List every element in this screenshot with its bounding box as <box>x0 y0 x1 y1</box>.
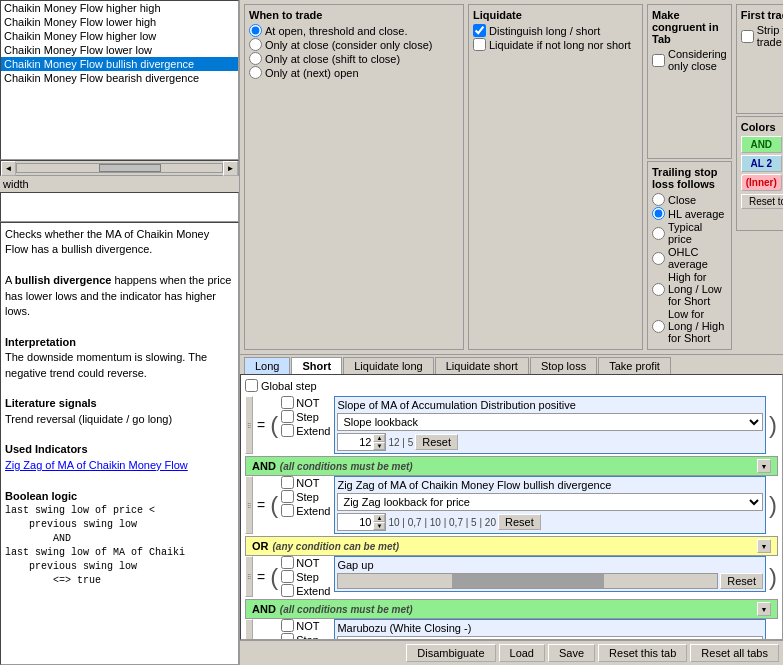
liquidate-label-0: Distinguish long / short <box>489 25 600 37</box>
reset-condition-btn[interactable]: Reset <box>415 434 458 450</box>
spin-up-btn[interactable]: ▲ <box>373 514 385 522</box>
bool-title: Boolean logic <box>5 489 234 504</box>
horizontal-scrollbar[interactable]: ◄ ► <box>0 160 239 176</box>
trailing-radio-1[interactable] <box>652 207 665 220</box>
save-btn[interactable]: Save <box>548 644 595 662</box>
not-check[interactable] <box>281 619 294 632</box>
width-value-list[interactable] <box>0 192 239 222</box>
paren-right: ) <box>768 413 778 437</box>
drag-handle[interactable]: ⠿ <box>245 619 253 640</box>
liquidate-label-1: Liquidate if not long nor short <box>489 39 631 51</box>
drag-handle[interactable]: ⠿ <box>245 396 253 454</box>
trailing-radio-4[interactable] <box>652 283 665 296</box>
tab-short[interactable]: Short <box>291 357 342 374</box>
condition-title: Marubozu (White Closing -) <box>337 622 471 634</box>
reset-condition-btn[interactable]: Reset <box>498 514 541 530</box>
spinner-suffix: 12 | 5 <box>388 437 413 448</box>
condition-cond2: ⠿ = ( NOT Step Extend Zig Zag of MA of C… <box>245 476 778 534</box>
tab-liquidate-short[interactable]: Liquidate short <box>435 357 529 374</box>
colors-section: Colors AND OR AL 2 AL 3 (Inner) (Outer) … <box>736 116 783 231</box>
condition-cond1: ⠿ = ( NOT Step Extend Slope of MA of Acc… <box>245 396 778 454</box>
and-color-btn[interactable]: AND <box>741 136 782 153</box>
not-check[interactable] <box>281 556 294 569</box>
considering-only-close-check[interactable] <box>652 54 665 67</box>
trailing-radio-3[interactable] <box>652 252 665 265</box>
extend-check[interactable] <box>281 424 294 437</box>
spinner-input[interactable] <box>338 515 373 529</box>
drag-handle[interactable]: ⠿ <box>245 476 253 534</box>
trailing-radio-0[interactable] <box>652 193 665 206</box>
when-to-trade-radio-1[interactable] <box>249 38 262 51</box>
condition-select[interactable]: Slope lookback <box>337 413 763 431</box>
slider-thumb[interactable] <box>452 574 604 588</box>
step-check[interactable] <box>281 410 294 423</box>
reset-condition-btn[interactable]: Reset <box>720 573 763 589</box>
condition-cond4: ⠿ = ( NOT Step Extend Marubozu (White Cl… <box>245 619 778 640</box>
inner-color-btn[interactable]: (Inner) <box>741 174 782 191</box>
step-check[interactable] <box>281 633 294 640</box>
trailing-radio-2[interactable] <box>652 227 665 240</box>
spinner-input[interactable] <box>338 435 373 449</box>
indicator-list[interactable]: Chaikin Money Flow higher highChaikin Mo… <box>0 0 239 160</box>
not-check[interactable] <box>281 476 294 489</box>
list-item[interactable]: Chaikin Money Flow higher low <box>1 29 238 43</box>
bottom-toolbar: Disambiguate Load Save Reset this tab Re… <box>240 640 783 665</box>
step-check[interactable] <box>281 490 294 503</box>
global-step-check[interactable] <box>245 379 258 392</box>
considering-only-close-label: Considering only close <box>668 48 727 72</box>
disambiguate-btn[interactable]: Disambiguate <box>406 644 495 662</box>
condition-desc: (any condition can be met) <box>273 541 400 552</box>
trailing-label-5: Low for Long / High for Short <box>668 308 727 344</box>
extend-check[interactable] <box>281 504 294 517</box>
tab-long[interactable]: Long <box>244 357 290 374</box>
tab-take-profit[interactable]: Take profit <box>598 357 671 374</box>
list-item[interactable]: Chaikin Money Flow lower high <box>1 15 238 29</box>
list-item[interactable]: Chaikin Money Flow higher high <box>1 1 238 15</box>
step-check[interactable] <box>281 570 294 583</box>
spin-up-btn[interactable]: ▲ <box>373 434 385 442</box>
strip-first-trade-check[interactable] <box>741 30 754 43</box>
paren-left: ( <box>269 493 279 517</box>
slider-track <box>337 573 718 589</box>
tab-stop-loss[interactable]: Stop loss <box>530 357 597 374</box>
literature-title: Literature signals <box>5 396 234 411</box>
not-check[interactable] <box>281 396 294 409</box>
reset-this-tab-btn[interactable]: Reset this tab <box>598 644 687 662</box>
condition-cond3: ⠿ = ( NOT Step Extend Gap up Reset ) <box>245 556 778 597</box>
tab-liquidate-long[interactable]: Liquidate long <box>343 357 434 374</box>
and-or-dropdown[interactable]: ▼ <box>757 539 771 553</box>
equals-sign: = <box>255 565 267 589</box>
list-item[interactable]: Chaikin Money Flow lower low <box>1 43 238 57</box>
spin-down-btn[interactable]: ▼ <box>373 442 385 450</box>
when-to-trade-label-1: Only at close (consider only close) <box>265 39 433 51</box>
and-label: AND <box>252 603 276 615</box>
not-step-extend: NOT Step Extend <box>281 619 330 640</box>
drag-handle[interactable]: ⠿ <box>245 556 253 597</box>
liquidate-check-1[interactable] <box>473 38 486 51</box>
extend-check[interactable] <box>281 584 294 597</box>
al2-color-btn[interactable]: AL 2 <box>741 155 782 172</box>
scroll-left-btn[interactable]: ◄ <box>1 161 16 176</box>
indicator-link[interactable]: Zig Zag of MA of Chaikin Money Flow <box>5 459 188 471</box>
list-item[interactable]: Chaikin Money Flow bullish divergence <box>1 57 238 71</box>
load-btn[interactable]: Load <box>499 644 545 662</box>
condition-select[interactable]: Zig Zag lookback for price <box>337 493 763 511</box>
trailing-radio-5[interactable] <box>652 320 665 333</box>
and-or-dropdown[interactable]: ▼ <box>757 602 771 616</box>
not-step-extend: NOT Step Extend <box>281 396 330 437</box>
spin-down-btn[interactable]: ▼ <box>373 522 385 530</box>
when-to-trade-radio-0[interactable] <box>249 24 262 37</box>
condition-box: Zig Zag of MA of Chaikin Money Flow bull… <box>334 476 766 534</box>
when-to-trade-radio-2[interactable] <box>249 52 262 65</box>
reset-default-btn[interactable]: Reset to default <box>741 194 783 209</box>
reset-all-tabs-btn[interactable]: Reset all tabs <box>690 644 779 662</box>
desc-intro: Checks whether the MA of Chaikin Money F… <box>5 227 234 258</box>
used-title: Used Indicators <box>5 442 234 457</box>
scroll-right-btn[interactable]: ► <box>223 161 238 176</box>
condition-box: Slope of MA of Accumulation Distribution… <box>334 396 766 454</box>
list-item[interactable]: Chaikin Money Flow bearish divergence <box>1 71 238 85</box>
liquidate-check-0[interactable] <box>473 24 486 37</box>
when-to-trade-radio-3[interactable] <box>249 66 262 79</box>
and-bar: AND (all conditions must be met) ▼ <box>245 456 778 476</box>
and-or-dropdown[interactable]: ▼ <box>757 459 771 473</box>
